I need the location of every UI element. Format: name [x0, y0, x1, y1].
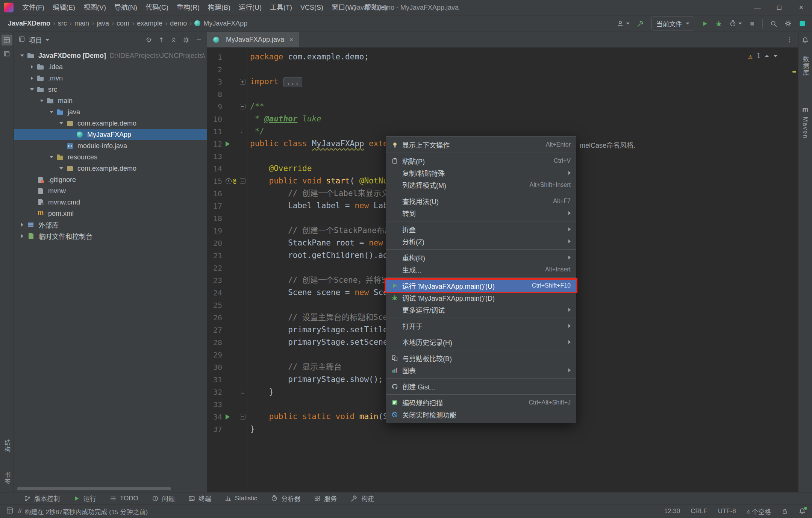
menubar-item[interactable]: 导航(N)	[110, 0, 141, 15]
tool-button-terminal[interactable]: 终端	[188, 494, 211, 503]
bookmarks-stripe-button[interactable]: 书签	[2, 472, 11, 485]
context-menu-item[interactable]: 本地历史记录(H)	[386, 336, 576, 348]
breadcrumb-item[interactable]: main	[73, 19, 91, 28]
tree-item[interactable]: 外部库	[14, 219, 207, 230]
locate-file-button[interactable]	[145, 36, 152, 43]
breadcrumb-item[interactable]: JavaFXDemo	[6, 19, 52, 28]
context-menu-item[interactable]: 显示上下文操作Alt+Enter	[386, 139, 576, 151]
chevron-right-icon[interactable]	[18, 234, 27, 238]
chevron-down-icon[interactable]	[37, 100, 46, 102]
menubar-item[interactable]: 构建(B)	[204, 0, 235, 15]
chevron-down-icon[interactable]	[47, 111, 56, 113]
context-menu-item[interactable]: 分析(Z)	[386, 235, 576, 247]
tree-item[interactable]: pom.xml	[14, 208, 207, 219]
fold-collapse-icon[interactable]	[240, 414, 245, 420]
panel-options-button[interactable]	[183, 36, 190, 44]
context-menu-item[interactable]: 运行 'MyJavaFXApp.main()'(U)Ctrl+Shift+F10	[386, 280, 576, 292]
settings-button[interactable]	[785, 20, 792, 27]
tree-item[interactable]: mvnw.cmd	[14, 197, 207, 208]
chevron-down-icon[interactable]	[57, 122, 66, 124]
tool-button-problems[interactable]: 问题	[152, 494, 175, 503]
breadcrumb-item[interactable]: src	[56, 19, 69, 28]
ai-assistant-button[interactable]	[799, 20, 806, 27]
user-button[interactable]	[617, 20, 630, 27]
tree-item[interactable]: MyJavaFXApp	[14, 129, 207, 140]
chevron-down-icon[interactable]	[18, 55, 27, 57]
breadcrumb-item[interactable]: demo	[168, 19, 189, 28]
tool-button-services[interactable]: 服务	[314, 494, 337, 503]
context-menu-item[interactable]: 折叠	[386, 223, 576, 235]
close-icon[interactable]	[289, 36, 293, 44]
tree-item[interactable]: resources	[14, 151, 207, 163]
run-button[interactable]	[701, 20, 708, 27]
readonly-toggle[interactable]	[782, 508, 788, 515]
tool-button-profiler[interactable]: 分析器	[271, 494, 300, 503]
context-menu-item[interactable]: 关闭实时检测功能	[386, 409, 576, 421]
breadcrumb-item[interactable]: example	[135, 19, 164, 28]
prev-warning-icon[interactable]	[765, 55, 769, 57]
tree-item[interactable]: com.example.demo	[14, 163, 207, 174]
caret-position[interactable]: 12:30	[664, 507, 680, 515]
scrollbar-warning-mark[interactable]	[792, 71, 796, 73]
database-stripe-button[interactable]: 数据库	[801, 56, 810, 76]
breadcrumb-item[interactable]: MyJavaFXApp	[192, 19, 249, 28]
tool-button-todo[interactable]: TODO	[110, 495, 138, 502]
notifications-bell[interactable]	[798, 507, 806, 515]
tool-button-statistic[interactable]: Statistic	[225, 495, 258, 502]
context-menu-item[interactable]: 调试 'MyJavaFXApp.main()'(D)	[386, 292, 576, 304]
inspections-widget[interactable]: 1	[745, 51, 781, 61]
tree-item[interactable]: .mvn	[14, 73, 207, 84]
tab-options-icon[interactable]	[781, 32, 798, 47]
context-menu-item[interactable]: 粘贴(P)Ctrl+V	[386, 155, 576, 167]
structure-stripe-button[interactable]: 结构	[2, 439, 11, 453]
tool-window-button[interactable]	[2, 48, 12, 59]
tool-window-layout-button[interactable]	[6, 507, 14, 516]
line-separator[interactable]: CRLF	[691, 507, 707, 515]
run-config-select[interactable]: 当前文件	[651, 17, 694, 30]
project-stripe-button[interactable]	[2, 35, 12, 45]
fold-collapse-icon[interactable]	[240, 104, 245, 109]
tree-item[interactable]: mvnw	[14, 185, 207, 197]
context-menu-item[interactable]: 图表	[386, 364, 576, 376]
file-encoding[interactable]: UTF-8	[718, 507, 736, 515]
menubar-item[interactable]: VCS(S)	[296, 0, 327, 15]
menubar-item[interactable]: 文件(F)	[18, 0, 48, 15]
debug-button[interactable]	[715, 20, 722, 27]
chevron-down-icon[interactable]	[57, 167, 66, 170]
next-warning-icon[interactable]	[773, 55, 778, 57]
breadcrumb-item[interactable]: java	[95, 19, 111, 28]
override-icon[interactable]	[226, 178, 232, 184]
tree-item[interactable]: java	[14, 106, 207, 118]
menubar-item[interactable]: 代码(C)	[141, 0, 173, 15]
editor-tab[interactable]: MyJavaFXApp.java	[207, 32, 299, 47]
menubar-item[interactable]: 视图(V)	[79, 0, 110, 15]
tree-item[interactable]: .idea	[14, 61, 207, 73]
run-line-icon[interactable]	[226, 414, 230, 420]
tool-button-run[interactable]: 运行	[73, 494, 96, 503]
context-menu-item[interactable]: 与剪贴板比较(B)	[386, 352, 576, 364]
tree-item[interactable]: module-info.java	[14, 140, 207, 151]
context-menu-item[interactable]: 更多运行/调试	[386, 304, 576, 316]
maximize-button[interactable]: □	[768, 0, 790, 15]
chevron-right-icon[interactable]	[27, 76, 36, 80]
chevron-down-icon[interactable]	[27, 88, 36, 91]
hide-panel-button[interactable]	[195, 36, 202, 43]
notifications-button[interactable]	[800, 35, 811, 45]
context-menu-item[interactable]: 生成...Alt+Insert	[386, 264, 576, 276]
indent-style[interactable]: 4 个空格	[747, 507, 771, 516]
menubar-item[interactable]: 工具(T)	[266, 0, 296, 15]
tree-item[interactable]: JavaFXDemo [Demo]D:\IDEAProjects\JCNCPro…	[14, 50, 207, 61]
search-everywhere-button[interactable]	[770, 20, 777, 27]
tree-item[interactable]: .gitignore	[14, 174, 207, 185]
tree-item[interactable]: 临时文件和控制台	[14, 230, 207, 242]
close-button[interactable]: ×	[790, 0, 812, 15]
context-menu-item[interactable]: 重构(R)	[386, 251, 576, 264]
tree-item[interactable]: src	[14, 84, 207, 95]
context-menu-item[interactable]: 打开于	[386, 320, 576, 332]
chevron-down-icon[interactable]	[47, 156, 56, 158]
minimize-button[interactable]: —	[747, 0, 768, 15]
collapse-all-button[interactable]	[170, 36, 177, 43]
context-menu-item[interactable]: 复制/粘贴特殊	[386, 167, 576, 179]
context-menu-item[interactable]: 查找用法(U)Alt+F7	[386, 195, 576, 207]
menubar-item[interactable]: 重构(R)	[173, 0, 204, 15]
